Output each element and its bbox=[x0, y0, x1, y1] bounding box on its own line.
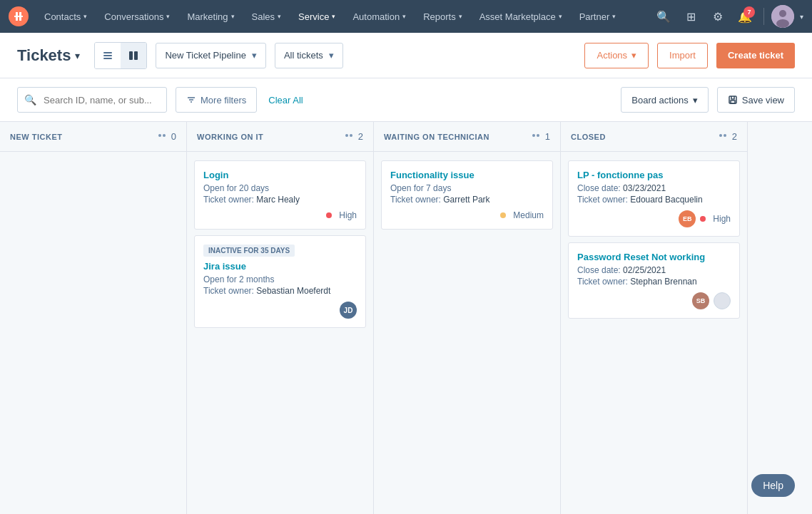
svg-point-14 bbox=[158, 134, 161, 137]
create-ticket-button[interactable]: Create ticket bbox=[716, 43, 795, 68]
column-cards-closed: LP - fonctionne pas Close date: 03/23/20… bbox=[561, 152, 747, 514]
column-count: 2 bbox=[732, 131, 737, 142]
board-actions-button[interactable]: Board actions ▾ bbox=[621, 87, 709, 113]
nav-conversations-chevron: ▾ bbox=[166, 13, 170, 20]
ticket-close-date: Close date: 02/25/2021 bbox=[577, 265, 731, 275]
nav-service-chevron: ▾ bbox=[332, 13, 335, 20]
column-title: WAITING ON TECHNICIAN bbox=[384, 133, 527, 141]
page-title-dropdown-chevron[interactable]: ▾ bbox=[75, 50, 80, 61]
column-count-icon bbox=[531, 130, 541, 143]
ticket-owner: Ticket owner: Sebastian Moeferdt bbox=[203, 286, 357, 296]
more-filters-button[interactable]: More filters bbox=[176, 87, 257, 113]
nav-reports-chevron: ▾ bbox=[459, 13, 462, 20]
user-menu-chevron[interactable]: ▾ bbox=[800, 13, 803, 21]
column-cards-waiting-on-technician: Functionality issue Open for 7 days Tick… bbox=[374, 152, 560, 514]
ticket-name[interactable]: Password Reset Not working bbox=[577, 252, 731, 262]
nav-contacts-chevron: ▾ bbox=[83, 13, 87, 20]
priority-label: Medium bbox=[513, 210, 544, 220]
ticket-close-date: Close date: 03/23/2021 bbox=[577, 183, 731, 193]
board-column-new-ticket: NEW TICKET 0 bbox=[0, 122, 187, 514]
grid-icon-btn[interactable]: ⊞ bbox=[679, 5, 702, 28]
notifications-icon-btn[interactable]: 🔔 7 bbox=[734, 5, 756, 28]
notification-badge: 7 bbox=[744, 6, 755, 18]
svg-rect-7 bbox=[129, 51, 133, 60]
ticket-card[interactable]: Login Open for 20 days Ticket owner: Mar… bbox=[194, 160, 366, 230]
view-toggle bbox=[94, 42, 147, 69]
ticket-open-for: Open for 7 days bbox=[390, 183, 544, 193]
nav-service[interactable]: Service ▾ bbox=[291, 9, 342, 25]
ticket-card[interactable]: LP - fonctionne pas Close date: 03/23/20… bbox=[568, 160, 740, 237]
ticket-name[interactable]: LP - fonctionne pas bbox=[577, 170, 731, 180]
actions-chevron: ▾ bbox=[631, 50, 636, 61]
nav-sales[interactable]: Sales ▾ bbox=[245, 9, 289, 25]
nav-conversations[interactable]: Conversations ▾ bbox=[97, 9, 177, 25]
save-view-button[interactable]: Save view bbox=[717, 87, 795, 113]
search-wrap: 🔍 bbox=[17, 87, 167, 113]
column-count-icon bbox=[157, 130, 167, 143]
svg-rect-6 bbox=[103, 58, 112, 59]
user-avatar[interactable] bbox=[771, 5, 794, 28]
ticket-owner: Ticket owner: Edouard Bacquelin bbox=[577, 195, 731, 205]
list-view-btn[interactable] bbox=[95, 43, 121, 68]
svg-rect-5 bbox=[103, 55, 112, 56]
priority-dot bbox=[326, 212, 332, 218]
ticket-name[interactable]: Login bbox=[203, 170, 357, 180]
priority-dot bbox=[500, 212, 506, 218]
nav-automation[interactable]: Automation ▾ bbox=[345, 9, 413, 25]
board-actions-chevron: ▾ bbox=[693, 95, 698, 106]
top-navigation: Contacts ▾ Conversations ▾ Marketing ▾ S… bbox=[0, 0, 812, 33]
nav-automation-chevron: ▾ bbox=[402, 13, 406, 20]
settings-icon-btn[interactable]: ⚙ bbox=[706, 5, 729, 28]
ticket-owner: Ticket owner: Garrett Park bbox=[390, 195, 544, 205]
help-button[interactable]: Help bbox=[751, 474, 795, 497]
column-header-closed: CLOSED 2 bbox=[561, 122, 747, 152]
svg-point-20 bbox=[719, 134, 722, 137]
column-count-icon bbox=[718, 130, 728, 143]
page-title-wrap: Tickets ▾ bbox=[17, 46, 80, 65]
nav-partner[interactable]: Partner ▾ bbox=[572, 9, 624, 25]
ticket-card[interactable]: INACTIVE FOR 35 DAYS Jira issue Open for… bbox=[194, 235, 366, 328]
actions-button[interactable]: Actions ▾ bbox=[584, 43, 649, 68]
ticket-card[interactable]: Password Reset Not working Close date: 0… bbox=[568, 242, 740, 319]
avatar: EB bbox=[679, 210, 696, 227]
column-header-working-on-it: WORKING ON IT 2 bbox=[187, 122, 373, 152]
ticket-footer: Medium bbox=[390, 210, 544, 220]
column-title: NEW TICKET bbox=[10, 133, 153, 141]
ticket-name[interactable]: Jira issue bbox=[203, 261, 357, 272]
ticket-footer: High bbox=[203, 210, 357, 220]
search-input[interactable] bbox=[17, 87, 167, 113]
nav-asset-marketplace[interactable]: Asset Marketplace ▾ bbox=[472, 9, 569, 25]
nav-partner-chevron: ▾ bbox=[612, 13, 616, 20]
column-header-new-ticket: NEW TICKET 0 bbox=[0, 122, 186, 152]
kanban-board: NEW TICKET 0 WORKING ON IT 2 Login Open bbox=[0, 122, 812, 514]
column-cards-working-on-it: Login Open for 20 days Ticket owner: Mar… bbox=[187, 152, 373, 514]
nav-contacts[interactable]: Contacts ▾ bbox=[37, 9, 94, 25]
nav-marketing[interactable]: Marketing ▾ bbox=[180, 9, 241, 25]
ticket-footer: SB bbox=[577, 292, 731, 309]
page-header: Tickets ▾ New Ticket Pipeline ▾ bbox=[0, 33, 812, 78]
pipeline-dropdown[interactable]: New Ticket Pipeline ▾ bbox=[156, 43, 265, 68]
svg-point-19 bbox=[537, 134, 539, 137]
column-title: CLOSED bbox=[571, 133, 714, 141]
ticket-filter-dropdown[interactable]: All tickets ▾ bbox=[275, 43, 343, 68]
import-button[interactable]: Import bbox=[657, 43, 708, 68]
ticket-card[interactable]: Functionality issue Open for 7 days Tick… bbox=[381, 160, 553, 230]
board-wrap: NEW TICKET 0 WORKING ON IT 2 Login Open bbox=[0, 122, 812, 514]
hubspot-logo[interactable] bbox=[9, 6, 29, 26]
filter-chevron: ▾ bbox=[329, 50, 334, 61]
column-title: WORKING ON IT bbox=[197, 133, 340, 141]
search-icon-btn[interactable]: 🔍 bbox=[652, 5, 675, 28]
nav-asset-marketplace-chevron: ▾ bbox=[559, 13, 562, 20]
column-header-waiting-on-technician: WAITING ON TECHNICIAN 1 bbox=[374, 122, 560, 152]
ticket-open-for: Open for 20 days bbox=[203, 183, 357, 193]
clear-all-button[interactable]: Clear All bbox=[265, 95, 305, 106]
board-view-btn[interactable] bbox=[121, 43, 146, 68]
pipeline-label: New Ticket Pipeline bbox=[165, 50, 245, 61]
ticket-name[interactable]: Functionality issue bbox=[390, 170, 544, 180]
filter-label: All tickets bbox=[284, 50, 323, 61]
svg-rect-4 bbox=[103, 52, 112, 53]
nav-marketing-chevron: ▾ bbox=[231, 13, 235, 20]
svg-rect-13 bbox=[731, 101, 735, 103]
nav-reports[interactable]: Reports ▾ bbox=[416, 9, 470, 25]
ticket-open-for: Open for 2 months bbox=[203, 274, 357, 284]
